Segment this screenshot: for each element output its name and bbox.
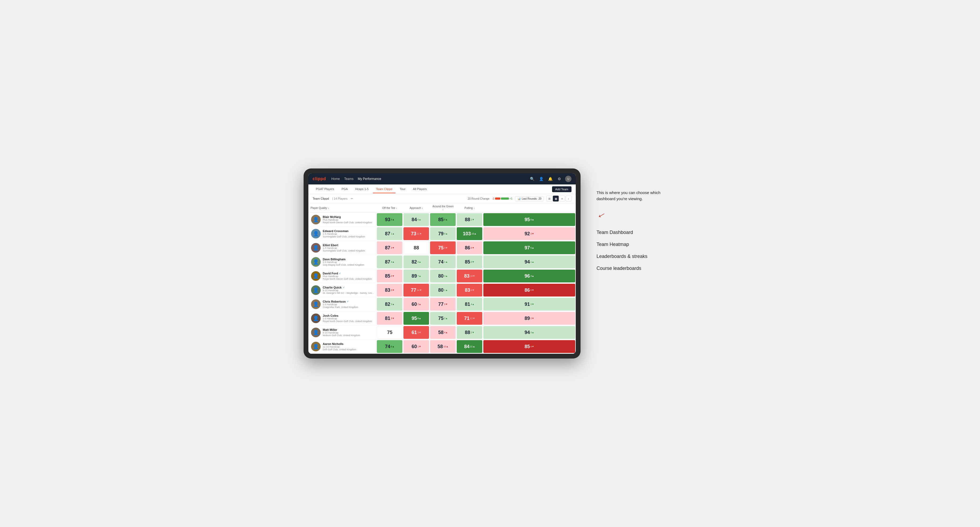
player-cell[interactable]: 👤Charlie Quick✓6-10 HandicapSt. George's… bbox=[309, 283, 376, 297]
table-row: 👤Josh Coles1-5 HandicapRoyal North Devon… bbox=[309, 311, 576, 325]
view-list-btn[interactable]: ≡ bbox=[559, 195, 565, 202]
player-cell[interactable]: 👤Aaron Nicholls11-15 HandicapDrift Golf … bbox=[309, 340, 376, 354]
stat-cell-2[interactable]: 5810▲ bbox=[430, 340, 456, 354]
stat-cell-0[interactable]: 833▼ bbox=[376, 283, 403, 297]
stat-cell-0[interactable]: 874▲ bbox=[376, 255, 403, 269]
profile-icon[interactable]: 👤 bbox=[538, 176, 544, 182]
stat-cell-1[interactable]: 846▲ bbox=[403, 213, 430, 227]
stat-change: 3▲ bbox=[530, 275, 534, 277]
stat-cell-1[interactable]: 601▼ bbox=[403, 340, 430, 354]
last-rounds-button[interactable]: 📊 Last Rounds: 20 bbox=[515, 196, 544, 201]
nav-link-teams[interactable]: Teams bbox=[344, 176, 353, 182]
stat-cell-3[interactable]: 7111▼ bbox=[456, 311, 483, 325]
tab-tour[interactable]: Tour bbox=[396, 185, 409, 193]
stat-cell-0[interactable]: 871▲ bbox=[376, 227, 403, 241]
player-cell[interactable]: 👤Josh Coles1-5 HandicapRoyal North Devon… bbox=[309, 311, 376, 325]
view-sort-btn[interactable]: ↕ bbox=[566, 195, 571, 202]
verified-icon: ✓ bbox=[343, 286, 345, 289]
stat-cell-4[interactable]: 975▲ bbox=[483, 241, 576, 255]
tab-pgat-players[interactable]: PGAT Players bbox=[313, 185, 337, 193]
stat-cell-3[interactable]: 866▼ bbox=[456, 241, 483, 255]
stat-cell-1[interactable]: 7714▼ bbox=[403, 283, 430, 297]
stat-cell-3[interactable]: 8310▼ bbox=[456, 269, 483, 283]
player-cell[interactable]: 👤Dave Billingham1-5 HandicapGog Magog Go… bbox=[309, 255, 376, 269]
stat-cell-3[interactable]: 814▲ bbox=[456, 297, 483, 311]
stat-cell-1[interactable]: 613▼ bbox=[403, 325, 430, 340]
player-cell[interactable]: 👤Edward Crossman1-5 HandicapSunningdale … bbox=[309, 227, 376, 241]
stat-cell-3[interactable]: 853▼ bbox=[456, 255, 483, 269]
stat-cell-2[interactable]: 741▲ bbox=[430, 255, 456, 269]
stat-cell-1[interactable]: 7311▼ bbox=[403, 227, 430, 241]
player-avatar: 👤 bbox=[311, 215, 321, 224]
player-avatar: 👤 bbox=[311, 243, 321, 252]
view-grid-btn[interactable]: ⊞ bbox=[546, 195, 552, 202]
stat-cell-1[interactable]: 88 bbox=[403, 241, 430, 255]
player-cell[interactable]: 👤Chris Robertson✓1-5 HandicapCraigmillar… bbox=[309, 297, 376, 311]
stat-cell-2[interactable]: 753▼ bbox=[430, 241, 456, 255]
tab-team-clippd[interactable]: Team Clippd bbox=[373, 185, 396, 193]
stat-cell-0[interactable]: 748▲ bbox=[376, 340, 403, 354]
stat-cell-2[interactable]: 799▲ bbox=[430, 227, 456, 241]
stat-cell-4[interactable]: 913▼ bbox=[483, 297, 576, 311]
settings-icon[interactable]: ⚙ bbox=[556, 176, 562, 182]
stat-cell-2[interactable]: 773▼ bbox=[430, 297, 456, 311]
stat-change: 1▲ bbox=[530, 260, 534, 263]
stat-cell-2[interactable]: 584▲ bbox=[430, 325, 456, 340]
stat-cell-2[interactable]: 803▲ bbox=[430, 269, 456, 283]
search-icon[interactable]: 🔍 bbox=[529, 176, 535, 182]
stat-cell-4[interactable]: 963▲ bbox=[483, 269, 576, 283]
stat-cell-0[interactable]: 823▲ bbox=[376, 297, 403, 311]
stat-value: 81 bbox=[385, 316, 390, 321]
stat-cell-3[interactable]: 10315▲ bbox=[456, 227, 483, 241]
player-club: Sunningdale Golf Club, United Kingdom bbox=[323, 249, 374, 252]
stat-cell-3[interactable]: 881▼ bbox=[456, 213, 483, 227]
player-cell[interactable]: 👤Blair McHargPlus HandicapRoyal North De… bbox=[309, 213, 376, 227]
stat-value: 74 bbox=[438, 259, 444, 265]
stat-cell-1[interactable]: 897▲ bbox=[403, 269, 430, 283]
player-handicap: Plus Handicap bbox=[323, 219, 374, 221]
stat-cell-0[interactable]: 853▼ bbox=[376, 269, 403, 283]
stat-cell-4[interactable]: 941▲ bbox=[483, 255, 576, 269]
stat-cell-2[interactable]: 801▲ bbox=[430, 283, 456, 297]
stat-cell-0[interactable]: 939▲ bbox=[376, 213, 403, 227]
tab-hcaps[interactable]: Hcaps 1-5 bbox=[352, 185, 372, 193]
nav-link-home[interactable]: Home bbox=[331, 176, 340, 182]
stat-cell-3[interactable]: 8421▲ bbox=[456, 340, 483, 354]
view-toggle: ⊞ ▦ ≡ ↕ bbox=[546, 195, 571, 202]
stat-cell-2[interactable]: 752▲ bbox=[430, 311, 456, 325]
player-name: Aaron Nicholls bbox=[323, 342, 344, 346]
stat-cell-3[interactable]: 836▼ bbox=[456, 283, 483, 297]
tab-all-players[interactable]: All Players bbox=[410, 185, 430, 193]
table-scroll[interactable]: Player Quality ↓ Off the Tee ↓ bbox=[309, 203, 576, 354]
stat-change: 6▼ bbox=[471, 246, 474, 249]
player-cell[interactable]: 👤David Ford✓Plus HandicapRoyal North Dev… bbox=[309, 269, 376, 283]
stat-value: 60 bbox=[412, 344, 417, 349]
stat-cell-4[interactable]: 959▲ bbox=[483, 213, 576, 227]
player-cell[interactable]: 👤Matt Miller6-10 HandicapWoburn Golf Clu… bbox=[309, 325, 376, 340]
user-avatar[interactable]: U bbox=[565, 176, 571, 182]
add-team-button[interactable]: Add Team bbox=[552, 186, 571, 192]
stat-cell-1[interactable]: 602▲ bbox=[403, 297, 430, 311]
stat-cell-0[interactable]: 75 bbox=[376, 325, 403, 340]
stat-cell-1[interactable]: 958▲ bbox=[403, 311, 430, 325]
bell-icon[interactable]: 🔔 bbox=[547, 176, 554, 182]
stat-change: 1▲ bbox=[391, 232, 395, 235]
stat-cell-4[interactable]: 868▼ bbox=[483, 283, 576, 297]
nav-link-performance[interactable]: My Performance bbox=[358, 176, 381, 182]
stat-cell-4[interactable]: 923▼ bbox=[483, 227, 576, 241]
stat-cell-3[interactable]: 882▼ bbox=[456, 325, 483, 340]
view-heatmap-btn[interactable]: ▦ bbox=[553, 195, 559, 202]
stat-cell-2[interactable]: 858▲ bbox=[430, 213, 456, 227]
stat-cell-4[interactable]: 892▼ bbox=[483, 311, 576, 325]
stat-cell-1[interactable]: 824▲ bbox=[403, 255, 430, 269]
stat-cell-4[interactable]: 854▼ bbox=[483, 340, 576, 354]
tab-pga[interactable]: PGA bbox=[339, 185, 351, 193]
annotation-note: This is where you can choose which dashb… bbox=[597, 190, 666, 202]
stat-cell-0[interactable]: 813▼ bbox=[376, 311, 403, 325]
edit-icon[interactable]: ✏ bbox=[351, 197, 353, 200]
stat-cell-0[interactable]: 873▼ bbox=[376, 241, 403, 255]
stat-change: 7▲ bbox=[418, 275, 421, 277]
stat-cell-4[interactable]: 943▲ bbox=[483, 325, 576, 340]
stat-change: 3▲ bbox=[530, 331, 534, 334]
player-cell[interactable]: 👤Elliot Ebert1-5 HandicapSunningdale Gol… bbox=[309, 241, 376, 255]
